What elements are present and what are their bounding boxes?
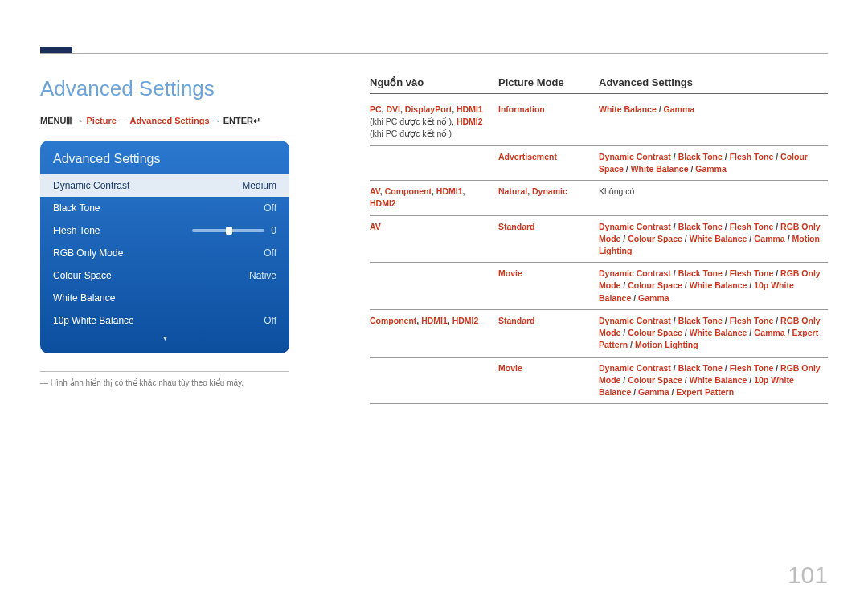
- table-text-fragment: /: [773, 222, 780, 231]
- table-cell: Standard: [498, 315, 599, 352]
- table-text-fragment: /: [723, 316, 730, 325]
- table-text-fragment: /: [682, 375, 690, 385]
- table-header-source: Nguồn vào: [370, 76, 498, 88]
- table-text-fragment: /: [773, 316, 780, 325]
- table-text-fragment: Motion Lighting: [635, 340, 698, 349]
- table-text-fragment: Flesh Tone: [730, 268, 774, 278]
- osd-row[interactable]: Dynamic ContrastMedium: [40, 174, 289, 197]
- table-cell: White Balance / Gamma: [599, 104, 828, 141]
- table-header-row: Nguồn vào Picture Mode Advanced Settings: [370, 76, 828, 94]
- table-text-fragment: /: [723, 268, 730, 278]
- table-text-fragment: HDMI2: [452, 316, 479, 325]
- table-text-fragment: Gamma: [638, 293, 669, 303]
- table-row: Component, HDMI1, HDMI2StandardDynamic C…: [370, 310, 828, 358]
- page-number: 101: [788, 562, 828, 589]
- table-text-fragment: HDMI2: [370, 198, 396, 208]
- table-cell: Dynamic Contrast / Black Tone / Flesh To…: [599, 362, 828, 399]
- table-text-fragment: Flesh Tone: [730, 363, 774, 373]
- table-text-fragment: (khi PC được kết nối): [370, 129, 452, 138]
- table-text-fragment: HDMI1: [421, 316, 448, 325]
- osd-slider[interactable]: 0: [100, 225, 276, 236]
- table-row: AVStandardDynamic Contrast / Black Tone …: [370, 216, 828, 264]
- osd-row[interactable]: Colour SpaceNative: [40, 264, 289, 287]
- osd-row[interactable]: 10p White BalanceOff: [40, 309, 289, 332]
- table-row: AV, Component, HDMI1, HDMI2Natural, Dyna…: [370, 181, 828, 215]
- table-body: PC, DVI, DisplayPort, HDMI1 (khi PC được…: [370, 99, 828, 404]
- table-text-fragment: /: [682, 328, 690, 337]
- table-text-fragment: Component: [385, 186, 432, 196]
- table-text-fragment: Black Tone: [678, 268, 723, 278]
- table-text-fragment: White Balance: [631, 164, 689, 174]
- breadcrumb-adv: Advanced Settings: [130, 116, 210, 125]
- table-text-fragment: /: [723, 363, 730, 373]
- table-text-fragment: Flesh Tone: [730, 152, 774, 161]
- osd-row[interactable]: Black ToneOff: [40, 197, 289, 219]
- table-text-fragment: /: [747, 234, 754, 243]
- table-text-fragment: (khi PC được kết nối),: [370, 116, 457, 126]
- osd-row-label: Black Tone: [53, 202, 100, 214]
- table-cell: Dynamic Contrast / Black Tone / Flesh To…: [599, 151, 828, 175]
- osd-row-value: Off: [264, 315, 276, 326]
- table-text-fragment: Gamma: [695, 164, 727, 174]
- osd-row-label: 10p White Balance: [53, 315, 134, 326]
- table-text-fragment: Gamma: [664, 104, 695, 114]
- table-cell: Không có: [599, 186, 828, 210]
- table-text-fragment: /: [657, 104, 664, 114]
- table-cell: Information: [498, 104, 599, 141]
- table-text-fragment: Component: [370, 316, 416, 325]
- table-text-fragment: /: [671, 152, 678, 161]
- table-cell: Natural, Dynamic: [498, 186, 599, 210]
- table-text-fragment: Dynamic: [532, 186, 567, 196]
- osd-title: Advanced Settings: [40, 147, 289, 174]
- table-text-fragment: DisplayPort: [405, 104, 452, 114]
- table-text-fragment: Colour Space: [628, 234, 682, 243]
- table-text-fragment: /: [682, 234, 690, 243]
- table-text-fragment: Dynamic Contrast: [599, 268, 671, 278]
- left-column: Advanced Settings MENUⅢ → Picture → Adva…: [40, 76, 346, 404]
- table-text-fragment: Dynamic Contrast: [599, 152, 671, 161]
- table-text-fragment: /: [671, 316, 678, 325]
- page-title: Advanced Settings: [40, 76, 346, 101]
- osd-row-label: Flesh Tone: [53, 225, 100, 236]
- table-text-fragment: Black Tone: [678, 363, 723, 373]
- table-cell: Dynamic Contrast / Black Tone / Flesh To…: [599, 221, 828, 258]
- table-cell: AV, Component, HDMI1, HDMI2: [370, 186, 498, 210]
- table-text-fragment: Colour Space: [628, 280, 682, 290]
- enter-icon: ↵: [253, 116, 260, 125]
- table-text-fragment: /: [620, 280, 628, 290]
- slider-track[interactable]: [192, 229, 264, 232]
- table-text-fragment: /: [747, 328, 754, 337]
- breadcrumb: MENUⅢ → Picture → Advanced Settings → EN…: [40, 116, 346, 126]
- table-text-fragment: /: [624, 164, 631, 174]
- table-text-fragment: ,: [463, 186, 465, 196]
- table-cell: Movie: [498, 362, 599, 399]
- osd-row[interactable]: Flesh Tone0: [40, 219, 289, 242]
- table-cell: Standard: [498, 221, 599, 258]
- osd-rows: Dynamic ContrastMediumBlack ToneOffFlesh…: [40, 174, 289, 332]
- table-cell: Movie: [498, 268, 599, 304]
- osd-row-value: Native: [249, 270, 276, 281]
- table-text-fragment: Không có: [599, 186, 634, 196]
- table-text-fragment: Information: [498, 104, 545, 114]
- table-text-fragment: /: [773, 268, 780, 278]
- table-text-fragment: White Balance: [690, 328, 747, 337]
- table-text-fragment: DVI: [386, 104, 400, 114]
- table-text-fragment: Gamma: [638, 387, 669, 397]
- table-text-fragment: Colour Space: [628, 328, 682, 337]
- osd-row[interactable]: White Balance: [40, 287, 289, 309]
- breadcrumb-picture: Picture: [87, 116, 117, 125]
- table-text-fragment: /: [688, 164, 695, 174]
- table-text-fragment: Flesh Tone: [730, 316, 774, 325]
- table-text-fragment: Natural: [498, 186, 527, 196]
- table-cell: [370, 362, 498, 399]
- table-cell: PC, DVI, DisplayPort, HDMI1 (khi PC được…: [370, 104, 498, 141]
- table-row: MovieDynamic Contrast / Black Tone / Fle…: [370, 263, 828, 310]
- table-text-fragment: AV: [370, 222, 381, 231]
- table-text-fragment: /: [773, 363, 780, 373]
- osd-row[interactable]: RGB Only ModeOff: [40, 242, 289, 264]
- table-text-fragment: HDMI2: [457, 116, 483, 126]
- osd-row-value: Off: [264, 247, 276, 259]
- table-text-fragment: AV: [370, 186, 380, 196]
- table-text-fragment: /: [671, 268, 678, 278]
- menu-icon: Ⅲ: [66, 116, 72, 125]
